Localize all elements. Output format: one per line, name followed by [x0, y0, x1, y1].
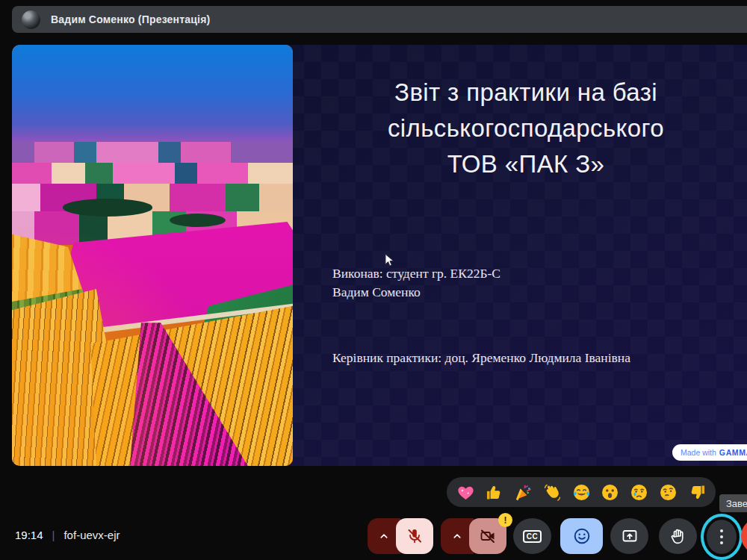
raised-hand-icon: [669, 527, 687, 546]
presenter-name: Вадим Соменко (Презентація): [51, 13, 210, 25]
meeting-status-bar: 19:14 | fof-uevx-ejr: [15, 529, 120, 541]
slide-title-line-2: сільськогосподарського: [293, 111, 747, 146]
reaction-waving-hand-icon[interactable]: [542, 482, 562, 503]
presenter-bar: Вадим Соменко (Презентація): [12, 6, 747, 33]
shared-presentation-slide: Звіт з практики на базі сільськогосподар…: [12, 45, 747, 466]
reaction-astonished-face-icon[interactable]: [600, 482, 621, 503]
camera-mute-toggle-button[interactable]: !: [469, 518, 506, 554]
reactions-toggle-button[interactable]: [560, 518, 603, 554]
slide-author-line-2: Вадим Соменко: [332, 283, 500, 302]
reaction-thumbs-down-icon[interactable]: [686, 482, 707, 503]
captions-button[interactable]: CC: [513, 518, 551, 554]
made-with-gamma-badge: Made with GAMMA: [672, 444, 747, 461]
mic-control-group: [368, 518, 433, 554]
mouse-cursor-icon: [384, 253, 394, 267]
reaction-crying-face-icon[interactable]: [629, 482, 650, 503]
slide-author-block: Виконав: студент гр. ЕК22Б-С Вадим Сомен…: [332, 264, 500, 302]
slide-title-line-3: ТОВ «ПАК З»: [293, 146, 747, 182]
camera-alert-badge: !: [498, 513, 512, 527]
smiley-face-icon: [572, 526, 592, 546]
reactions-bar: [447, 477, 716, 507]
end-call-tooltip: Завер: [719, 494, 747, 512]
chevron-up-icon: [377, 529, 391, 543]
reaction-thumbs-up-icon[interactable]: [484, 482, 505, 503]
present-screen-icon: [621, 527, 639, 545]
reaction-thinking-face-icon[interactable]: [657, 482, 678, 503]
closed-captions-icon: CC: [523, 530, 542, 543]
clock-time: 19:14: [15, 529, 43, 541]
meeting-code: fof-uevx-ejr: [63, 529, 120, 541]
slide-title-line-1: Звіт з практики на базі: [293, 75, 747, 111]
raise-hand-button[interactable]: [659, 518, 697, 554]
mic-mute-toggle-button[interactable]: [396, 518, 433, 554]
gamma-badge-prefix: Made with: [681, 448, 716, 457]
presenter-avatar: [22, 10, 40, 29]
present-screen-button[interactable]: [610, 518, 648, 554]
google-meet-window: { "top_bar": { "presenter_name": "Вадим …: [0, 0, 747, 560]
mic-off-icon: [406, 527, 424, 545]
reaction-sparkling-heart-icon[interactable]: [455, 482, 476, 503]
more-options-button[interactable]: [701, 514, 743, 560]
chevron-up-icon: [450, 529, 464, 543]
status-separator: |: [52, 529, 55, 541]
reaction-face-with-tears-of-joy-icon[interactable]: [571, 482, 592, 503]
slide-title: Звіт з практики на базі сільськогосподар…: [293, 75, 747, 182]
slide-field-photo: [12, 45, 293, 466]
end-call-button[interactable]: [741, 518, 747, 554]
slide-supervisor-line: Керівник практики: доц. Яременко Людмила…: [332, 350, 630, 366]
slide-author-line-1: Виконав: студент гр. ЕК22Б-С: [332, 264, 500, 283]
gamma-brand-logo: GAMMA: [719, 448, 747, 457]
reaction-party-popper-icon[interactable]: [513, 482, 534, 503]
vertical-three-dots-icon: [707, 520, 737, 554]
camera-off-icon: [479, 527, 497, 545]
camera-control-group: !: [441, 518, 506, 554]
